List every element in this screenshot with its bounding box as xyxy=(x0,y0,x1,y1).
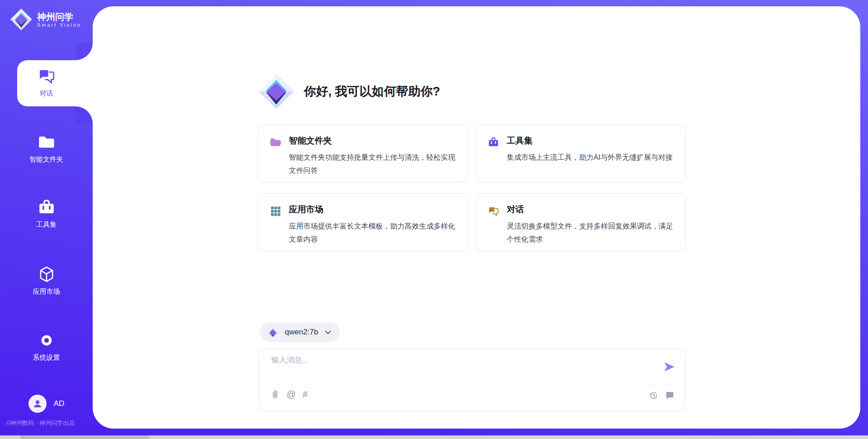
card-smart-folder[interactable]: 智能文件夹 智能文件夹功能支持批量文件上传与清洗，轻松实现文件问答 xyxy=(258,124,468,182)
greeting-title: 你好, 我可以如何帮助你? xyxy=(304,83,440,100)
sidebar-item-label: 应用市场 xyxy=(33,287,60,296)
composer-divider xyxy=(269,384,675,384)
sidebar-item-label: 对话 xyxy=(40,89,53,98)
attach-file-button[interactable] xyxy=(270,390,280,399)
brand-diamond-icon xyxy=(10,8,33,31)
chat-icon xyxy=(37,67,56,86)
quick-reply-icon xyxy=(665,391,675,400)
sidebar-item-smart-folder[interactable]: 智能文件夹 xyxy=(0,133,93,164)
message-composer: @ # xyxy=(258,348,686,411)
history-icon xyxy=(649,391,658,400)
send-button[interactable] xyxy=(663,361,675,373)
diamond-logo-icon xyxy=(267,326,279,339)
folder-open-icon xyxy=(269,136,282,148)
card-title: 工具集 xyxy=(507,135,673,147)
greeting: 你好, 我可以如何帮助你? xyxy=(258,72,440,110)
history-button[interactable] xyxy=(649,391,658,400)
card-title: 对话 xyxy=(507,204,675,215)
sidebar-item-toolset[interactable]: 工具集 xyxy=(0,198,93,229)
brand-logo: 神州问学 Smart Vision xyxy=(10,8,81,31)
sidebar-item-app-market[interactable]: 应用市场 xyxy=(0,265,93,296)
greeting-diamond-icon xyxy=(258,72,295,110)
brand-name: 神州问学 xyxy=(37,12,81,22)
avatar xyxy=(28,395,47,413)
card-app-market[interactable]: 应用市场 应用市场提供丰富长文本模板，助力高效生成多样化文章内容 xyxy=(258,193,468,251)
person-icon xyxy=(32,398,43,409)
card-description: 灵活切换多模型文件，支持多样回复效果调试，满足个性化需求 xyxy=(507,220,675,246)
app-root: 神州问学 Smart Vision 对话 智能文件夹 工具集 应用市场 系统设置… xyxy=(0,0,868,439)
sidebar-item-label: 工具集 xyxy=(36,220,57,229)
card-title: 智能文件夹 xyxy=(289,135,457,147)
brand-subtitle: Smart Vision xyxy=(37,22,81,28)
user-profile[interactable]: AD xyxy=(0,395,93,413)
horizontal-scrollbar-thumb[interactable] xyxy=(20,435,149,439)
message-input[interactable] xyxy=(270,355,650,365)
cube-icon xyxy=(37,265,56,284)
mention-button[interactable]: @ xyxy=(287,390,296,399)
model-name: qwen2:7b xyxy=(285,328,318,337)
toolbox-icon xyxy=(487,136,500,148)
user-initials: AD xyxy=(54,399,65,408)
card-title: 应用市场 xyxy=(289,204,457,215)
card-toolset[interactable]: 工具集 集成市场上主流工具，助力AI与外界无缝扩展与对接 xyxy=(476,124,686,182)
tab-corner-top xyxy=(75,43,93,60)
gear-icon xyxy=(37,331,56,350)
sidebar-item-chat[interactable]: 对话 xyxy=(0,67,93,98)
card-description: 智能文件夹功能支持批量文件上传与清洗，轻松实现文件问答 xyxy=(289,151,457,177)
card-chat[interactable]: 对话 灵活切换多模型文件，支持多样回复效果调试，满足个性化需求 xyxy=(476,193,686,251)
composer-tools-left: @ # xyxy=(270,390,307,399)
folder-icon xyxy=(37,133,56,152)
chevron-down-icon xyxy=(324,329,332,336)
model-selector[interactable]: qwen2:7b xyxy=(260,322,340,342)
sidebar-item-label: 智能文件夹 xyxy=(29,155,63,164)
paperclip-icon xyxy=(270,390,280,399)
quick-reply-button[interactable] xyxy=(665,391,675,400)
send-icon xyxy=(663,361,675,373)
sidebar-item-label: 系统设置 xyxy=(33,353,60,362)
feature-cards: 智能文件夹 智能文件夹功能支持批量文件上传与清洗，轻松实现文件问答 工具集 集成… xyxy=(258,124,686,251)
card-description: 应用市场提供丰富长文本模板，助力高效生成多样化文章内容 xyxy=(289,220,457,246)
tab-corner-bottom xyxy=(75,106,93,124)
copyright-text: ©神州数码 · 神州问学出品 xyxy=(6,419,97,427)
toolbox-icon xyxy=(37,198,56,217)
composer-tools-right xyxy=(649,391,675,400)
hashtag-button[interactable]: # xyxy=(302,390,307,399)
apps-grid-icon xyxy=(269,205,282,217)
card-description: 集成市场上主流工具，助力AI与外界无缝扩展与对接 xyxy=(507,151,673,164)
chat-icon xyxy=(487,205,500,217)
sidebar-item-settings[interactable]: 系统设置 xyxy=(0,331,93,362)
